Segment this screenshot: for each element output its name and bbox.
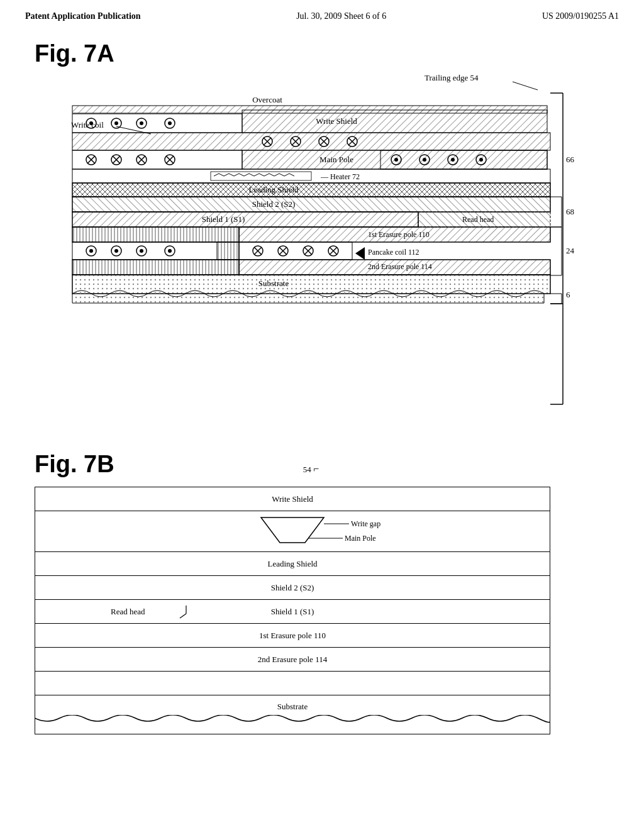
pancake-coil-label: Pancake coil 112 — [368, 248, 419, 257]
erasure1-label7a: 1st Erasure pole 110 — [368, 230, 430, 239]
fig7b-shield2-text: Shield 2 (S2) — [271, 583, 314, 593]
svg-point-22 — [140, 121, 143, 125]
svg-point-79 — [140, 249, 143, 253]
fig7b-shield1-row: Read head Shield 1 (S1) — [35, 600, 550, 624]
fig7b-54-label: 54 ⌐ — [303, 463, 319, 475]
write-gap-label-7b: Write gap — [351, 519, 380, 528]
svg-point-59 — [451, 158, 455, 162]
fig7b-substrate-text: Substrate — [277, 702, 308, 711]
svg-point-18 — [89, 121, 93, 125]
write-coil-label: Write coil — [71, 120, 104, 130]
fig7b-erasure2-text: 2nd Erasure pole 114 — [258, 655, 327, 665]
svg-rect-82 — [217, 242, 239, 260]
svg-rect-25 — [242, 110, 547, 133]
fig7b-leading-shield-text: Leading Shield — [267, 559, 317, 569]
svg-rect-71 — [72, 227, 239, 242]
substrate-label7a: Substrate — [258, 279, 289, 288]
header-center: Jul. 30, 2009 Sheet 6 of 6 — [296, 11, 386, 21]
header-left: Patent Application Publication — [25, 11, 141, 21]
main-pole-label: Main Pole — [319, 155, 353, 164]
write-gap-svg: Write gap Main Pole — [198, 514, 387, 549]
svg-rect-63 — [211, 172, 311, 180]
fig7b-write-gap-row: Write gap Main Pole — [35, 511, 550, 552]
fig7a-title: Fig. 7A — [35, 40, 582, 67]
fig7b-title: Fig. 7B — [35, 451, 114, 478]
svg-point-55 — [394, 158, 398, 162]
svg-point-20 — [114, 121, 118, 125]
svg-point-61 — [479, 158, 483, 162]
fig7b-erasure1-text: 1st Erasure pole 110 — [259, 631, 326, 641]
header-right: US 2009/0190255 A1 — [542, 11, 619, 21]
heater-label: — Heater 72 — [320, 172, 360, 181]
fig7a-diagram: Trailing edge 54 Overcoat Write coil — [35, 71, 582, 436]
fig7b-wavy-svg — [35, 715, 550, 734]
erasure2-label7a: 2nd Erasure pole 114 — [368, 262, 432, 271]
dim66: 66 — [566, 155, 575, 164]
svg-rect-65 — [72, 197, 550, 212]
trailing-edge-label: Trailing edge 54 — [425, 73, 479, 82]
overcoat-label: Overcoat — [252, 95, 282, 104]
shield1-label7a: Shield 1 (S1) — [202, 214, 245, 224]
svg-rect-64 — [72, 183, 550, 197]
svg-point-24 — [168, 121, 172, 125]
svg-marker-96 — [355, 247, 365, 260]
fig7b-write-shield-row: Write Shield — [35, 487, 550, 511]
fig7b-diagram: Write Shield Write gap Main Pole Le — [35, 487, 550, 734]
dim68: 68 — [566, 207, 574, 216]
main-pole-label-7b: Main Pole — [345, 534, 376, 543]
fig7a-container: Fig. 7A — [35, 40, 582, 734]
fig7b-shield2-row: Shield 2 (S2) — [35, 576, 550, 600]
svg-rect-69 — [72, 212, 418, 227]
shield2-label7a: Shield 2 (S2) — [252, 199, 296, 209]
svg-point-75 — [89, 249, 93, 253]
svg-rect-100 — [72, 260, 239, 275]
page-content: Fig. 7A — [0, 28, 644, 766]
svg-rect-40 — [72, 150, 242, 169]
svg-marker-107 — [261, 517, 324, 543]
fig7b-readhead-text: Read head — [111, 607, 145, 617]
svg-line-111 — [180, 614, 186, 618]
fig7b-substrate-row: Substrate — [35, 695, 550, 734]
svg-rect-73 — [72, 242, 239, 260]
read-head-bracket-svg — [177, 602, 196, 621]
leading-shield-label7a: Leading Shield — [248, 185, 299, 194]
fig7b-erasure1-row: 1st Erasure pole 110 — [35, 624, 550, 648]
svg-point-77 — [114, 249, 118, 253]
svg-point-81 — [168, 249, 172, 253]
read-head-label7a: Read head — [462, 215, 494, 224]
fig7b-spacer-row — [35, 672, 550, 695]
fig7b-write-shield-text: Write Shield — [272, 494, 313, 504]
dim24: 24 — [566, 246, 575, 255]
page-header: Patent Application Publication Jul. 30, … — [0, 0, 644, 28]
svg-line-10 — [513, 82, 538, 90]
fig7b-erasure2-row: 2nd Erasure pole 114 — [35, 648, 550, 672]
svg-point-57 — [423, 158, 426, 162]
svg-rect-26 — [72, 133, 550, 150]
dim6: 6 — [566, 290, 570, 299]
fig7b-shield1-text: Shield 1 (S1) — [271, 607, 314, 617]
write-shield-label7a: Write Shield — [316, 116, 357, 126]
fig7b-leading-shield-row: Leading Shield — [35, 552, 550, 576]
